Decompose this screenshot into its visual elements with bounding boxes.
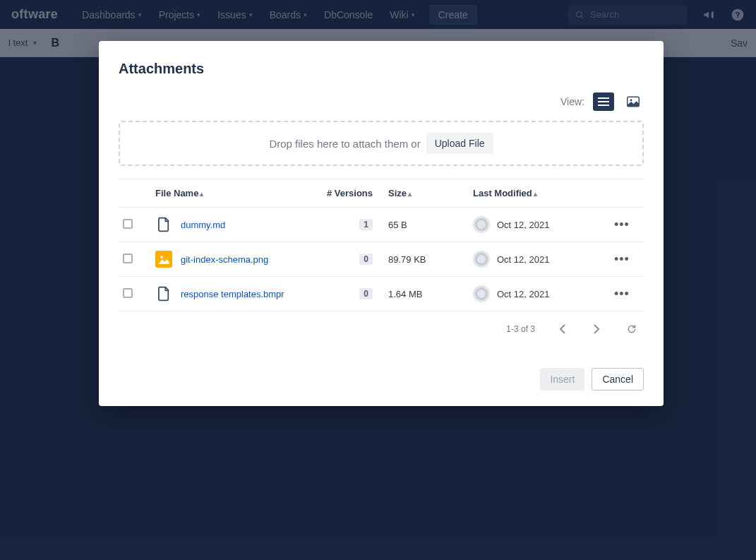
view-label: View: bbox=[560, 96, 584, 107]
document-file-icon bbox=[155, 216, 172, 233]
row-actions-button[interactable]: ••• bbox=[614, 218, 630, 232]
view-grid-button[interactable] bbox=[623, 93, 644, 111]
row-checkbox[interactable] bbox=[123, 254, 133, 263]
row-actions-button[interactable]: ••• bbox=[614, 252, 630, 266]
image-icon bbox=[627, 96, 640, 107]
modal-actions: Insert Cancel bbox=[119, 368, 644, 391]
attachments-modal: Attachments View: Drop files here to att… bbox=[99, 41, 664, 406]
avatar bbox=[473, 285, 490, 302]
image-file-icon bbox=[155, 251, 172, 268]
file-name-link[interactable]: git-index-schema.png bbox=[181, 254, 268, 265]
col-header-name-label: File Name bbox=[155, 188, 198, 198]
versions-badge: 0 bbox=[359, 254, 373, 265]
file-name-link[interactable]: dummy.md bbox=[181, 220, 225, 230]
table-row: git-index-schema.png089.79 KBOct 12, 202… bbox=[119, 242, 644, 277]
row-actions-button[interactable]: ••• bbox=[614, 287, 630, 301]
col-header-versions[interactable]: # Versions bbox=[318, 179, 384, 208]
svg-point-8 bbox=[630, 99, 632, 101]
dropzone[interactable]: Drop files here to attach them or Upload… bbox=[119, 121, 644, 166]
col-header-modified[interactable]: Last Modified▴ bbox=[469, 179, 610, 208]
avatar bbox=[473, 251, 490, 268]
cancel-button[interactable]: Cancel bbox=[592, 368, 644, 391]
chevron-right-icon bbox=[593, 324, 600, 334]
row-checkbox[interactable] bbox=[123, 219, 133, 229]
sort-icon: ▴ bbox=[408, 190, 412, 198]
pager-next-button[interactable] bbox=[590, 321, 603, 337]
sort-asc-icon: ▴ bbox=[200, 190, 203, 198]
table-row: response templates.bmpr01.64 MBOct 12, 2… bbox=[119, 277, 644, 311]
modified-date: Oct 12, 2021 bbox=[497, 220, 549, 230]
file-name-link[interactable]: response templates.bmpr bbox=[181, 289, 284, 299]
table-row: dummy.md165 BOct 12, 2021••• bbox=[119, 208, 644, 242]
refresh-icon bbox=[627, 324, 637, 334]
col-header-size-label: Size bbox=[388, 188, 407, 198]
modified-date: Oct 12, 2021 bbox=[497, 289, 549, 299]
pager-refresh-button[interactable] bbox=[624, 321, 640, 337]
attachments-table: File Name▴ # Versions Size▴ Last Modifie… bbox=[119, 179, 644, 311]
modified-date: Oct 12, 2021 bbox=[497, 254, 549, 265]
upload-file-button[interactable]: Upload File bbox=[426, 133, 493, 154]
pager-prev-button[interactable] bbox=[556, 321, 569, 337]
versions-badge: 1 bbox=[359, 219, 373, 230]
view-list-button[interactable] bbox=[593, 93, 614, 111]
avatar bbox=[473, 216, 490, 233]
sort-icon: ▴ bbox=[534, 190, 537, 198]
list-icon bbox=[597, 97, 610, 107]
svg-point-10 bbox=[160, 256, 163, 258]
insert-button[interactable]: Insert bbox=[540, 368, 584, 391]
col-header-name[interactable]: File Name▴ bbox=[151, 179, 318, 208]
col-header-modified-label: Last Modified bbox=[473, 188, 532, 198]
view-toggle-row: View: bbox=[119, 93, 644, 111]
pager: 1-3 of 3 bbox=[119, 321, 644, 337]
chevron-left-icon bbox=[559, 324, 566, 334]
file-size: 1.64 MB bbox=[384, 277, 469, 311]
modal-title: Attachments bbox=[119, 61, 644, 77]
pager-range: 1-3 of 3 bbox=[506, 324, 535, 334]
row-checkbox[interactable] bbox=[123, 288, 133, 298]
file-size: 65 B bbox=[384, 208, 469, 242]
col-header-size[interactable]: Size▴ bbox=[384, 179, 469, 208]
dropzone-text: Drop files here to attach them or bbox=[269, 138, 420, 150]
versions-badge: 0 bbox=[359, 288, 373, 299]
file-size: 89.79 KB bbox=[384, 242, 469, 277]
document-file-icon bbox=[155, 285, 172, 302]
